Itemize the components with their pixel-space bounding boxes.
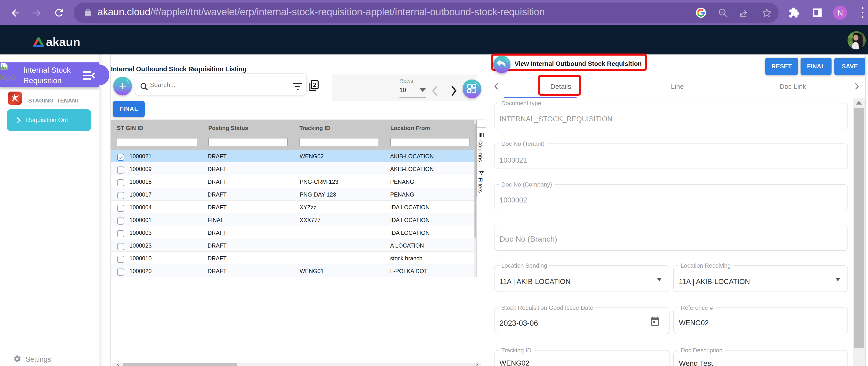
svg-text:2: 2 <box>313 81 316 88</box>
